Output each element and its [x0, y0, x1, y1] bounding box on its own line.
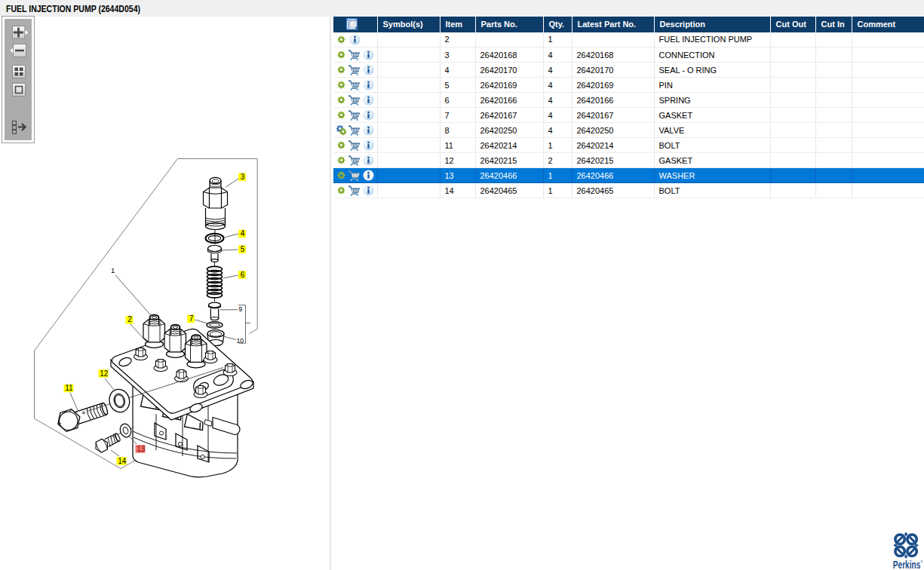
svg-text:10: 10 [237, 337, 244, 345]
svg-text:5: 5 [241, 245, 245, 253]
svg-text:6: 6 [241, 271, 245, 279]
svg-text:2: 2 [127, 315, 132, 323]
svg-text:11: 11 [65, 384, 73, 392]
svg-text:Perkins: Perkins [893, 559, 921, 570]
svg-text:3: 3 [241, 173, 245, 181]
svg-text:1: 1 [111, 266, 115, 274]
svg-text:13: 13 [137, 445, 146, 453]
svg-text:14: 14 [118, 457, 127, 465]
svg-text:12: 12 [100, 369, 109, 378]
svg-text:9: 9 [239, 305, 243, 313]
svg-text:7: 7 [189, 314, 194, 323]
svg-text:4: 4 [241, 229, 245, 238]
